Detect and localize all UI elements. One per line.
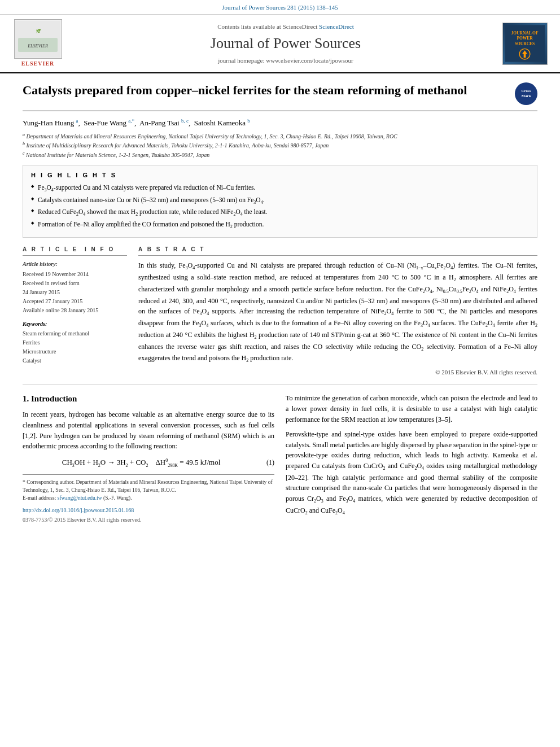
- journal-cover-image: JOURNAL OF POWER SOURCES: [502, 23, 548, 65]
- svg-text:SOURCES: SOURCES: [515, 41, 535, 46]
- intro-section-title: 1. Introduction: [23, 393, 274, 405]
- highlight-3: Reduced CuFe2O4 showed the max H2 produc…: [31, 207, 529, 217]
- info-abstract-section: A R T I C L E I N F O Article history: R…: [23, 246, 537, 377]
- svg-text:POWER: POWER: [517, 36, 533, 41]
- corresponding-footnote: * Corresponding author. Department of Ma…: [23, 478, 274, 495]
- divider-1: [23, 385, 537, 385]
- affiliation-b: b Institute of Multidisciplinary Researc…: [23, 141, 537, 150]
- affiliation-c: c National Institute for Materials Scien…: [23, 150, 537, 159]
- affiliation-a: a Department of Materials and Mineral Re…: [23, 132, 537, 141]
- keyword-2: Ferrites: [23, 339, 127, 347]
- sciencedirect-link[interactable]: ScienceDirect: [319, 23, 354, 30]
- abstract-col: A B S T R A C T In this study, Fe3O4-sup…: [138, 246, 537, 377]
- header-right: JOURNAL OF POWER SOURCES: [502, 23, 553, 65]
- author-2: Sea-Fue Wang a,*,: [84, 119, 138, 127]
- highlights-section: H I G H L I G H T S Fe3O4-supported Cu a…: [23, 165, 537, 238]
- available-date: Available online 28 January 2015: [23, 307, 127, 314]
- sciencedirect-text: Contents lists available at ScienceDirec…: [69, 23, 502, 31]
- email-footnote: E-mail address: sfwang@ntut.edu.tw (S.-F…: [23, 494, 274, 502]
- affiliations: a Department of Materials and Mineral Re…: [23, 132, 537, 159]
- svg-text:JOURNAL OF: JOURNAL OF: [511, 31, 539, 36]
- elsevier-brand-text: ELSEVIER: [21, 60, 55, 68]
- intro-right-paragraph-1: To minimize the generation of carbon mon…: [286, 393, 537, 425]
- email-link[interactable]: sfwang@ntut.edu.tw: [58, 495, 102, 501]
- authors-line: Yung-Han Huang a, Sea-Fue Wang a,*, An-P…: [23, 117, 537, 128]
- svg-text:Cross: Cross: [522, 89, 531, 93]
- article-title-section: Catalysts prepared from copper–nickel fe…: [23, 82, 537, 111]
- crossmark-icon: Cross Mark: [515, 82, 537, 105]
- body-section: 1. Introduction In recent years, hydroge…: [23, 393, 537, 523]
- article-title: Catalysts prepared from copper–nickel fe…: [23, 82, 515, 99]
- intro-paragraph-1: In recent years, hydrogen has become val…: [23, 409, 274, 451]
- highlight-2: Catalysts contained nano-size Cu or Ni (…: [31, 195, 529, 206]
- elsevier-logo: 🌿 ELSEVIER ELSEVIER: [7, 19, 69, 68]
- issn-line: 0378-7753/© 2015 Elsevier B.V. All right…: [23, 516, 274, 524]
- header-left: 🌿 ELSEVIER ELSEVIER: [7, 19, 69, 68]
- equation-number: (1): [266, 458, 274, 468]
- article-content: Catalysts prepared from copper–nickel fe…: [0, 73, 560, 532]
- intro-right-paragraph-2: Perovskite-type and spinel-type oxides h…: [286, 429, 537, 517]
- keyword-3: Microstructure: [23, 348, 127, 356]
- keyword-1: Steam reforming of methanol: [23, 330, 127, 338]
- author-3: An-Pang Tsai b, c,: [139, 119, 192, 127]
- top-bar: Journal of Power Sources 281 (2015) 138–…: [0, 0, 560, 15]
- article-history-label: Article history:: [23, 260, 127, 268]
- elsevier-logo-image: 🌿 ELSEVIER: [14, 19, 62, 59]
- keyword-4: Catalyst: [23, 357, 127, 365]
- body-left-col: 1. Introduction In recent years, hydroge…: [23, 393, 274, 523]
- copyright-line: © 2015 Elsevier B.V. All rights reserved…: [138, 368, 537, 377]
- footnote-section: * Corresponding author. Department of Ma…: [23, 474, 274, 524]
- journal-citation: Journal of Power Sources 281 (2015) 138–…: [222, 4, 338, 11]
- abstract-header: A B S T R A C T: [138, 246, 537, 256]
- highlights-title: H I G H L I G H T S: [31, 171, 529, 180]
- journal-homepage: journal homepage: www.elsevier.com/locat…: [69, 56, 502, 65]
- journal-title-header: Journal of Power Sources: [69, 33, 502, 54]
- svg-text:ELSEVIER: ELSEVIER: [27, 43, 48, 49]
- page: Journal of Power Sources 281 (2015) 138–…: [0, 0, 560, 747]
- body-right-col: To minimize the generation of carbon mon…: [286, 393, 537, 523]
- svg-text:Mark: Mark: [521, 94, 531, 98]
- equation-formula: CH3OH + H2O → 3H2 + CO2 ΔH0298K = 49.5 k…: [23, 457, 260, 469]
- received-date: Received 19 November 2014: [23, 270, 127, 278]
- article-info-col: A R T I C L E I N F O Article history: R…: [23, 246, 127, 377]
- equation-1: CH3OH + H2O → 3H2 + CO2 ΔH0298K = 49.5 k…: [23, 457, 274, 469]
- highlight-1: Fe3O4-supported Cu and Ni catalysts were…: [31, 183, 529, 193]
- doi-line: http://dx.doi.org/10.1016/j.jpowsour.201…: [23, 506, 274, 514]
- accepted-date: Accepted 27 January 2015: [23, 298, 127, 305]
- doi-link[interactable]: http://dx.doi.org/10.1016/j.jpowsour.201…: [23, 507, 134, 513]
- revised-label: Received in revised form: [23, 279, 127, 287]
- highlight-4: Formation of Fe–Ni alloy amplified the C…: [31, 220, 529, 230]
- abstract-text: In this study, Fe3O4-supported Cu and Ni…: [138, 260, 537, 365]
- keywords-label: Keywords:: [23, 320, 127, 328]
- header-section: 🌿 ELSEVIER ELSEVIER Contents lists avail…: [0, 15, 560, 73]
- revised-date: 24 January 2015: [23, 289, 127, 296]
- author-1: Yung-Han Huang a,: [23, 119, 82, 127]
- header-center: Contents lists available at ScienceDirec…: [69, 23, 502, 65]
- article-info-header: A R T I C L E I N F O: [23, 246, 127, 256]
- crossmark-badge: Cross Mark: [515, 82, 537, 105]
- author-4: Satoshi Kameoka b: [194, 119, 250, 127]
